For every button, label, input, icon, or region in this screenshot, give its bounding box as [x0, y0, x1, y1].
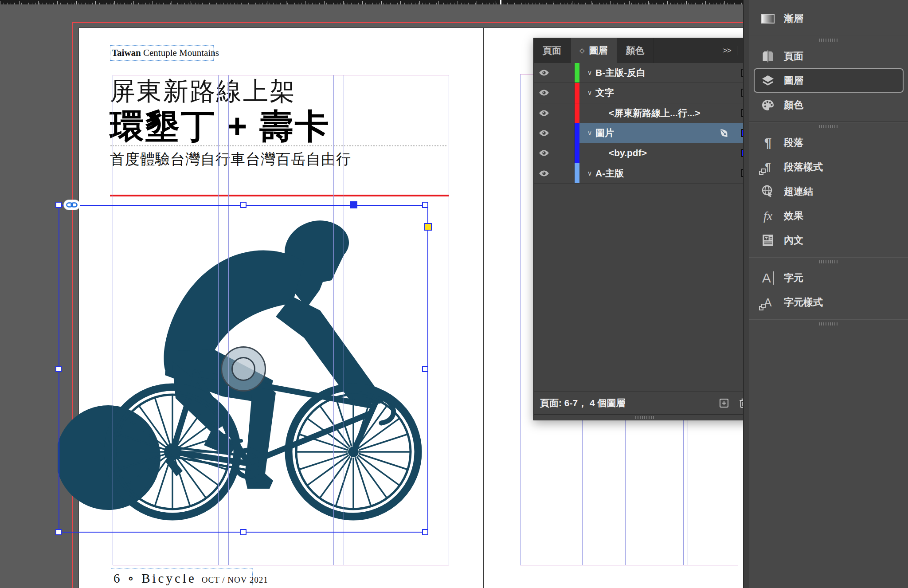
- eye-icon: [538, 69, 550, 76]
- dock-item-paragraph-styles[interactable]: ¶ 段落樣式: [749, 155, 908, 179]
- kicker-text: Taiwan Centuple Mountains: [112, 47, 219, 59]
- visibility-toggle[interactable]: [534, 163, 554, 183]
- dock-grip[interactable]: [819, 125, 838, 128]
- character-styles-icon: A: [761, 295, 775, 310]
- layer-item-name[interactable]: <by.pdf>: [609, 148, 647, 158]
- layer-row-b-master[interactable]: ∨ B-主版-反白: [534, 63, 756, 83]
- layer-name[interactable]: 文字: [595, 86, 614, 99]
- dock-item-hyperlinks[interactable]: 超連結: [749, 179, 908, 204]
- tabbar-divider: [737, 46, 737, 55]
- handle-bottom-left[interactable]: [55, 529, 62, 535]
- guide-right-page-margin[interactable]: [520, 74, 521, 565]
- layer-item-name[interactable]: <屏東新路線上...行...>: [609, 107, 701, 119]
- eye-icon: [538, 89, 550, 96]
- lock-toggle[interactable]: [554, 103, 575, 123]
- visibility-toggle[interactable]: [534, 83, 554, 102]
- dock-grip[interactable]: [819, 322, 838, 325]
- paragraph-styles-icon: ¶: [761, 160, 775, 174]
- layer-row-a-master[interactable]: ∨ A-主版: [534, 163, 756, 183]
- content-grabber-inner: [231, 357, 255, 381]
- handle-middle-right[interactable]: [422, 366, 428, 372]
- handle-bottom-right[interactable]: [422, 529, 428, 535]
- panel-resize-strip[interactable]: [534, 414, 756, 420]
- layer-row-image[interactable]: ∨ 圖片: [534, 123, 756, 143]
- headline-line2[interactable]: 環墾丁 + 壽卡: [110, 104, 330, 150]
- handle-bottom-center[interactable]: [240, 529, 247, 535]
- tab-color[interactable]: 顏色: [617, 38, 654, 63]
- new-layer-icon: [719, 398, 729, 408]
- dock-item-pages[interactable]: 頁面: [749, 44, 908, 68]
- handle-top-left[interactable]: [55, 202, 62, 208]
- visibility-toggle[interactable]: [534, 63, 554, 82]
- layer-name[interactable]: 圖片: [595, 127, 614, 139]
- lock-toggle[interactable]: [554, 123, 575, 143]
- hyperlinks-icon: [761, 184, 775, 199]
- disclosure-chevron[interactable]: ∨: [584, 69, 595, 77]
- guide-right-page-bottom[interactable]: [520, 565, 738, 565]
- eye-icon: [538, 110, 550, 117]
- dock-item-effects[interactable]: fx 效果: [749, 204, 908, 228]
- dock-item-color[interactable]: 顏色: [749, 93, 908, 117]
- lock-toggle[interactable]: [554, 63, 575, 82]
- lock-toggle[interactable]: [554, 143, 575, 163]
- tabbar-spacer: [654, 38, 723, 63]
- live-corner-handle[interactable]: [424, 223, 432, 231]
- eye-icon: [538, 149, 550, 157]
- panel-tab-bar: 頁面 ◇ 圖層 顏色 >> ≡: [534, 38, 756, 63]
- red-rule: [110, 195, 449, 196]
- layer-name[interactable]: A-主版: [595, 167, 624, 180]
- disclosure-chevron[interactable]: ∨: [584, 129, 595, 137]
- layers-status-text: 頁面: 6-7， 4 個圖層: [540, 397, 711, 409]
- collapse-panel-icon[interactable]: >>: [723, 46, 731, 55]
- effects-icon: fx: [761, 209, 775, 223]
- kicker-text-frame[interactable]: Taiwan Centuple Mountains: [110, 45, 214, 61]
- dock-item-layers[interactable]: 圖層: [754, 68, 904, 93]
- dock-grip[interactable]: [819, 39, 838, 42]
- tab-layers[interactable]: ◇ 圖層: [571, 38, 617, 63]
- layer-color-bar: [575, 143, 579, 163]
- dock-gap: [743, 0, 749, 588]
- dock-separator: [749, 32, 908, 44]
- guide-top-margin[interactable]: [113, 75, 449, 75]
- handle-filled-blue[interactable]: [350, 201, 357, 208]
- lock-toggle[interactable]: [554, 163, 575, 183]
- layer-color-bar: [575, 103, 579, 123]
- layer-row-bypdf[interactable]: <by.pdf>: [534, 143, 756, 163]
- handle-top-center[interactable]: [240, 202, 247, 208]
- panel-resize-grip: [635, 416, 655, 419]
- link-badge[interactable]: [64, 200, 80, 210]
- subtitle-text[interactable]: 首度體驗台灣自行車台灣百岳自由行: [110, 149, 351, 169]
- page-spine-edge: [483, 27, 484, 588]
- ruler-major-ticks: [0, 1, 743, 4]
- dock-item-character[interactable]: A 字元: [749, 266, 908, 290]
- handle-middle-left[interactable]: [55, 366, 62, 372]
- disclosure-chevron[interactable]: ∨: [584, 89, 595, 97]
- layer-row-text[interactable]: ∨ 文字: [534, 83, 756, 103]
- layer-color-bar: [575, 163, 579, 183]
- chain-link-icon: [66, 202, 78, 208]
- visibility-toggle[interactable]: [534, 123, 554, 143]
- new-layer-button[interactable]: [717, 396, 731, 410]
- layer-name[interactable]: B-主版-反白: [595, 67, 646, 79]
- visibility-toggle[interactable]: [534, 103, 554, 123]
- indesign-app: Taiwan Centuple Mountains 屏東新路線上架 環墾丁 + …: [0, 0, 908, 588]
- layer-row-text-child[interactable]: <屏東新路線上...行...>: [534, 103, 756, 123]
- dock-item-story[interactable]: 內文: [749, 228, 908, 252]
- visibility-toggle[interactable]: [534, 143, 554, 163]
- horizontal-ruler[interactable]: [0, 0, 743, 4]
- tab-pages[interactable]: 頁面: [534, 38, 571, 63]
- lock-toggle[interactable]: [554, 83, 575, 102]
- layers-panel: 頁面 ◇ 圖層 顏色 >> ≡ ∨ B-主版-: [533, 38, 757, 420]
- dock-grip[interactable]: [819, 260, 838, 263]
- character-icon: A: [761, 271, 775, 285]
- footer-text-frame[interactable]: 6 ∘ Bicycle OCT / NOV 2021: [111, 568, 253, 586]
- guide-bottom-margin[interactable]: [113, 565, 449, 565]
- dock-item-paragraph[interactable]: ¶ 段落: [749, 130, 908, 155]
- dock-item-character-styles[interactable]: A 字元樣式: [749, 290, 908, 314]
- paragraph-icon: ¶: [761, 136, 775, 150]
- handle-top-right[interactable]: [422, 202, 428, 208]
- guide-right-margin[interactable]: [449, 75, 449, 565]
- dock-item-gradient[interactable]: 漸層: [749, 6, 908, 31]
- disclosure-chevron[interactable]: ∨: [584, 169, 595, 177]
- layer-list: ∨ B-主版-反白 ∨ 文字: [534, 63, 756, 184]
